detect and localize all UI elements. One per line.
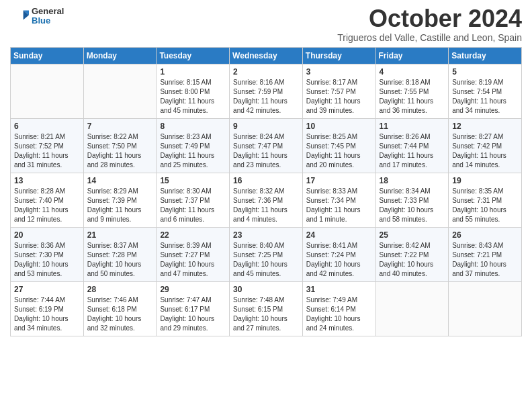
day-of-week-tuesday: Tuesday	[157, 48, 230, 64]
day-number: 9	[233, 122, 299, 131]
day-number: 7	[87, 122, 153, 131]
day-of-week-friday: Friday	[375, 48, 449, 64]
day-info: Sunrise: 8:21 AM Sunset: 7:52 PM Dayligh…	[14, 132, 80, 170]
day-info: Sunrise: 7:44 AM Sunset: 6:19 PM Dayligh…	[14, 295, 80, 333]
calendar-cell: 4Sunrise: 8:18 AM Sunset: 7:55 PM Daylig…	[375, 64, 449, 119]
day-number: 2	[233, 67, 299, 77]
day-number: 4	[380, 67, 445, 77]
calendar-cell: 7Sunrise: 8:22 AM Sunset: 7:50 PM Daylig…	[83, 119, 157, 173]
day-header-row: SundayMondayTuesdayWednesdayThursdayFrid…	[11, 48, 522, 64]
page-header: General Blue October 2024 Trigueros del …	[10, 7, 522, 43]
day-number: 29	[160, 285, 226, 294]
calendar-week-1: 1Sunrise: 8:15 AM Sunset: 8:00 PM Daylig…	[11, 64, 522, 119]
day-info: Sunrise: 8:29 AM Sunset: 7:39 PM Dayligh…	[87, 187, 153, 224]
day-info: Sunrise: 8:15 AM Sunset: 8:00 PM Dayligh…	[160, 78, 226, 116]
calendar-cell: 21Sunrise: 8:37 AM Sunset: 7:28 PM Dayli…	[83, 228, 157, 282]
calendar-cell: 22Sunrise: 8:39 AM Sunset: 7:27 PM Dayli…	[157, 228, 230, 282]
calendar-header: SundayMondayTuesdayWednesdayThursdayFrid…	[11, 48, 522, 64]
calendar-cell: 9Sunrise: 8:24 AM Sunset: 7:47 PM Daylig…	[230, 119, 303, 173]
calendar-week-5: 27Sunrise: 7:44 AM Sunset: 6:19 PM Dayli…	[11, 282, 522, 336]
day-info: Sunrise: 8:42 AM Sunset: 7:22 PM Dayligh…	[380, 241, 445, 279]
calendar-cell: 6Sunrise: 8:21 AM Sunset: 7:52 PM Daylig…	[11, 119, 84, 173]
logo-text: General Blue	[32, 7, 64, 26]
day-info: Sunrise: 8:43 AM Sunset: 7:21 PM Dayligh…	[452, 241, 518, 279]
day-number: 16	[233, 176, 299, 185]
day-info: Sunrise: 8:30 AM Sunset: 7:37 PM Dayligh…	[160, 187, 226, 224]
day-number: 25	[380, 230, 445, 240]
calendar-cell: 18Sunrise: 8:34 AM Sunset: 7:33 PM Dayli…	[375, 173, 449, 228]
calendar-cell: 31Sunrise: 7:49 AM Sunset: 6:14 PM Dayli…	[302, 282, 375, 336]
day-number: 23	[233, 230, 299, 240]
day-info: Sunrise: 8:23 AM Sunset: 7:49 PM Dayligh…	[160, 132, 226, 170]
day-number: 13	[14, 176, 80, 185]
day-of-week-thursday: Thursday	[302, 48, 375, 64]
day-number: 8	[160, 122, 226, 131]
month-title: October 2024	[337, 7, 522, 31]
day-number: 1	[160, 67, 226, 77]
calendar-cell	[375, 282, 449, 336]
calendar-cell	[83, 64, 157, 119]
calendar-cell: 23Sunrise: 8:40 AM Sunset: 7:25 PM Dayli…	[230, 228, 303, 282]
day-number: 20	[14, 230, 80, 240]
day-of-week-saturday: Saturday	[449, 48, 522, 64]
day-number: 19	[452, 176, 518, 185]
day-info: Sunrise: 8:16 AM Sunset: 7:59 PM Dayligh…	[233, 78, 299, 116]
calendar-cell: 14Sunrise: 8:29 AM Sunset: 7:39 PM Dayli…	[83, 173, 157, 228]
day-number: 28	[87, 285, 153, 294]
title-block: October 2024 Trigueros del Valle, Castil…	[337, 7, 522, 43]
day-number: 26	[452, 230, 518, 240]
logo-general: General	[32, 7, 64, 16]
day-info: Sunrise: 8:26 AM Sunset: 7:44 PM Dayligh…	[380, 132, 445, 170]
calendar-cell: 17Sunrise: 8:33 AM Sunset: 7:34 PM Dayli…	[302, 173, 375, 228]
day-info: Sunrise: 8:24 AM Sunset: 7:47 PM Dayligh…	[233, 132, 299, 170]
logo: General Blue	[10, 7, 64, 26]
calendar-cell: 29Sunrise: 7:47 AM Sunset: 6:17 PM Dayli…	[157, 282, 230, 336]
calendar-cell: 26Sunrise: 8:43 AM Sunset: 7:21 PM Dayli…	[449, 228, 522, 282]
day-info: Sunrise: 8:25 AM Sunset: 7:45 PM Dayligh…	[306, 132, 372, 170]
day-info: Sunrise: 8:36 AM Sunset: 7:30 PM Dayligh…	[14, 241, 80, 279]
calendar-week-2: 6Sunrise: 8:21 AM Sunset: 7:52 PM Daylig…	[11, 119, 522, 173]
logo-icon	[10, 7, 29, 26]
calendar-week-4: 20Sunrise: 8:36 AM Sunset: 7:30 PM Dayli…	[11, 228, 522, 282]
calendar-cell: 15Sunrise: 8:30 AM Sunset: 7:37 PM Dayli…	[157, 173, 230, 228]
day-info: Sunrise: 8:32 AM Sunset: 7:36 PM Dayligh…	[233, 187, 299, 224]
calendar-cell: 13Sunrise: 8:28 AM Sunset: 7:40 PM Dayli…	[11, 173, 84, 228]
day-info: Sunrise: 8:19 AM Sunset: 7:54 PM Dayligh…	[452, 78, 518, 116]
day-info: Sunrise: 8:34 AM Sunset: 7:33 PM Dayligh…	[380, 187, 445, 224]
calendar-cell: 20Sunrise: 8:36 AM Sunset: 7:30 PM Dayli…	[11, 228, 84, 282]
day-info: Sunrise: 7:47 AM Sunset: 6:17 PM Dayligh…	[160, 295, 226, 333]
calendar-cell: 19Sunrise: 8:35 AM Sunset: 7:31 PM Dayli…	[449, 173, 522, 228]
day-number: 15	[160, 176, 226, 185]
calendar-cell: 11Sunrise: 8:26 AM Sunset: 7:44 PM Dayli…	[375, 119, 449, 173]
day-number: 27	[14, 285, 80, 294]
day-info: Sunrise: 8:33 AM Sunset: 7:34 PM Dayligh…	[306, 187, 372, 224]
location: Trigueros del Valle, Castille and Leon, …	[337, 32, 522, 43]
day-number: 3	[306, 67, 372, 77]
day-number: 24	[306, 230, 372, 240]
day-info: Sunrise: 8:37 AM Sunset: 7:28 PM Dayligh…	[87, 241, 153, 279]
day-info: Sunrise: 8:27 AM Sunset: 7:42 PM Dayligh…	[452, 132, 518, 170]
calendar-cell: 24Sunrise: 8:41 AM Sunset: 7:24 PM Dayli…	[302, 228, 375, 282]
calendar-cell: 3Sunrise: 8:17 AM Sunset: 7:57 PM Daylig…	[302, 64, 375, 119]
calendar-week-3: 13Sunrise: 8:28 AM Sunset: 7:40 PM Dayli…	[11, 173, 522, 228]
day-info: Sunrise: 8:18 AM Sunset: 7:55 PM Dayligh…	[380, 78, 445, 116]
day-info: Sunrise: 7:46 AM Sunset: 6:18 PM Dayligh…	[87, 295, 153, 333]
day-number: 11	[380, 122, 445, 131]
day-info: Sunrise: 7:48 AM Sunset: 6:15 PM Dayligh…	[233, 295, 299, 333]
day-info: Sunrise: 8:40 AM Sunset: 7:25 PM Dayligh…	[233, 241, 299, 279]
calendar-cell: 5Sunrise: 8:19 AM Sunset: 7:54 PM Daylig…	[449, 64, 522, 119]
day-info: Sunrise: 8:28 AM Sunset: 7:40 PM Dayligh…	[14, 187, 80, 224]
calendar-cell: 27Sunrise: 7:44 AM Sunset: 6:19 PM Dayli…	[11, 282, 84, 336]
calendar-cell	[11, 64, 84, 119]
calendar-cell: 16Sunrise: 8:32 AM Sunset: 7:36 PM Dayli…	[230, 173, 303, 228]
calendar-cell: 12Sunrise: 8:27 AM Sunset: 7:42 PM Dayli…	[449, 119, 522, 173]
day-number: 31	[306, 285, 372, 294]
day-number: 12	[452, 122, 518, 131]
day-number: 22	[160, 230, 226, 240]
logo-blue: Blue	[32, 16, 64, 26]
day-number: 21	[87, 230, 153, 240]
day-of-week-wednesday: Wednesday	[230, 48, 303, 64]
day-number: 17	[306, 176, 372, 185]
calendar-cell	[449, 282, 522, 336]
calendar-cell: 28Sunrise: 7:46 AM Sunset: 6:18 PM Dayli…	[83, 282, 157, 336]
